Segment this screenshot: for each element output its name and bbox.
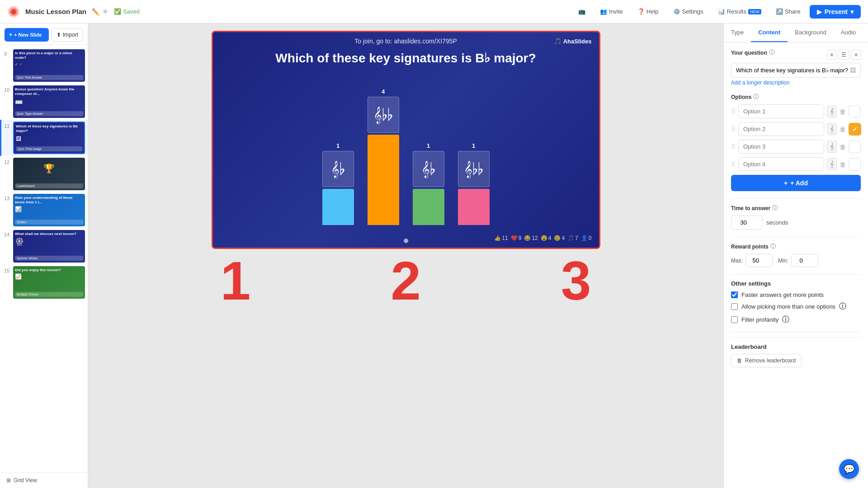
chat-button[interactable]: 💬 [839,459,859,479]
question-section: Your question ⓘ ≡ ☰ ≡ 🖼 Add a longer des… [731,49,861,86]
eye-icon[interactable]: 👁 [102,8,108,15]
option-music-button[interactable]: 𝄞 [827,158,837,170]
align-right-icon[interactable]: ≡ [851,50,861,60]
option-music-button[interactable]: 𝄞 [827,141,837,153]
option-correct-empty[interactable] [849,141,861,153]
share-button[interactable]: ↗️ Share [770,5,806,18]
share-icon: ↗️ [776,8,783,15]
other-settings-section: Other settings Faster answers get more p… [731,280,861,324]
multi-option-label: Allow picking more than one options [741,303,835,310]
option-row: ⠿ 𝄞 🗑 [731,157,861,171]
preview-area: To join, go to: ahaslides.com/XI795P 🎵 A… [88,23,723,488]
bar-group: 1 𝄞♭♭ [458,142,490,225]
tab-background[interactable]: Background [788,23,833,42]
panel-tabs: Type Content Background Audio [724,23,868,42]
slides-list: 9 Is this piece in a major or a minor sc… [0,45,88,472]
bar-fill [322,189,354,225]
min-input[interactable] [791,254,818,267]
slide-item[interactable]: 11 Which of these key signatures is Bb m… [0,120,88,156]
present-button[interactable]: ▶ Present ▾ [810,5,861,19]
slide-item[interactable]: 10 Bonus question! Anyone know the compo… [0,84,88,120]
trash-icon: 🗑 [737,357,742,364]
divider [731,274,861,275]
bar-fill [458,189,490,225]
grid-icon: ⊞ [6,477,11,483]
option-correct-button[interactable]: ✓ [849,123,861,136]
help-icon: ⓘ [839,302,846,311]
topbar: Music Lesson Plan ✏️ 👁 ✅ Saved 📺 👥 Invit… [0,0,868,23]
chevron-down-icon: ▾ [850,8,854,15]
app-logo [7,5,20,18]
option-delete-icon[interactable]: 🗑 [840,108,846,115]
filter-profanity-checkbox[interactable] [731,316,738,323]
slide-item[interactable]: 12 🏆 Leaderboard [0,156,88,192]
grid-view-button[interactable]: ⊞ Grid View [0,472,88,488]
svg-point-2 [11,9,16,14]
drag-handle-icon[interactable]: ⠿ [731,108,736,115]
leaderboard-section: Leaderboard 🗑 Remove leaderboard [731,338,861,367]
help-icon: ❓ [637,8,645,15]
min-field: Min: [778,254,818,267]
bar-fill [368,135,399,225]
filter-profanity-label: Filter profanity [741,316,778,323]
invite-icon: 👥 [600,8,607,15]
tab-content[interactable]: Content [751,23,788,42]
plus-icon: + [784,179,788,187]
option-delete-icon[interactable]: 🗑 [840,161,846,168]
import-button[interactable]: ⬆ Import [52,28,83,42]
tab-audio[interactable]: Audio [834,23,863,42]
edit-icon[interactable]: ✏️ [92,8,99,15]
multi-option-checkbox[interactable] [731,303,738,310]
option-1-input[interactable] [738,104,824,118]
max-input[interactable] [745,254,773,267]
bar-group: 1 𝄞♭ [413,142,444,225]
faster-answers-label: Faster answers get more points [741,291,824,298]
help-icon: ⓘ [769,49,774,56]
option-delete-icon[interactable]: 🗑 [840,126,846,133]
leaderboard-title: Leaderboard [731,343,861,350]
tab-type[interactable]: Type [724,23,751,42]
settings-button[interactable]: ⚙️ Settings [668,5,709,18]
invite-button[interactable]: 👥 Invite [594,5,628,18]
preview-reactions: 👍 11 ❤️ 9 😂 12 😮 4 😢 4 🎵 7 👤 0 [494,235,591,241]
right-panel: Type Content Background Audio Your quest… [723,23,868,488]
bar-image: 𝄞♭♭ [458,151,490,187]
filter-profanity-row: Filter profanity ⓘ [731,315,861,324]
add-option-button[interactable]: + + Add [731,175,861,191]
option-correct-empty[interactable] [849,158,861,171]
bar-fill [413,189,444,225]
topbar-actions: 📺 👥 Invite ❓ Help ⚙️ Settings 📊 Results … [573,5,861,19]
present-screen-button[interactable]: 📺 [573,5,591,18]
remove-leaderboard-button[interactable]: 🗑 Remove leaderboard [731,354,802,367]
image-upload-icon[interactable]: 🖼 [850,67,856,74]
align-center-icon[interactable]: ☰ [838,50,849,60]
results-button[interactable]: 📊 Results NEW [712,5,767,18]
option-music-button[interactable]: 𝄞 [827,105,837,117]
question-label: Your question ⓘ [731,49,774,56]
drag-handle-icon[interactable]: ⠿ [731,161,736,168]
slide-preview: To join, go to: ahaslides.com/XI795P 🎵 A… [212,31,600,249]
option-2-input[interactable] [738,122,824,136]
results-icon: 📊 [718,8,725,15]
slide-item[interactable]: 15 Did you enjoy this lesson? 📈 Multiple… [0,264,88,300]
option-3-input[interactable] [738,140,824,154]
drag-handle-icon[interactable]: ⠿ [731,143,736,150]
slide-item[interactable]: 13 Rate your understanding of these term… [0,192,88,228]
add-description-link[interactable]: Add a longer description [731,80,861,86]
help-button[interactable]: ❓ Help [632,5,664,18]
drag-handle-icon[interactable]: ⠿ [731,126,736,133]
new-slide-button[interactable]: + + New Slide [5,28,49,42]
question-input[interactable] [736,67,850,74]
bar-image: 𝄞♭♭ [368,97,399,133]
option-music-button[interactable]: 𝄞 [827,123,837,135]
option-row: ⠿ 𝄞 🗑 [731,104,861,118]
option-delete-icon[interactable]: 🗑 [840,143,846,150]
time-label: Time to answer ⓘ [731,204,861,212]
slide-item[interactable]: 9 Is this piece in a major or a minor sc… [0,47,88,84]
time-input[interactable] [731,216,763,230]
slide-item[interactable]: 14 What shall we discuss next lesson? 🎡 … [0,228,88,264]
option-4-input[interactable] [738,157,824,171]
align-left-icon[interactable]: ≡ [827,50,836,60]
faster-answers-checkbox[interactable] [731,291,738,298]
option-correct-empty[interactable] [849,105,861,118]
